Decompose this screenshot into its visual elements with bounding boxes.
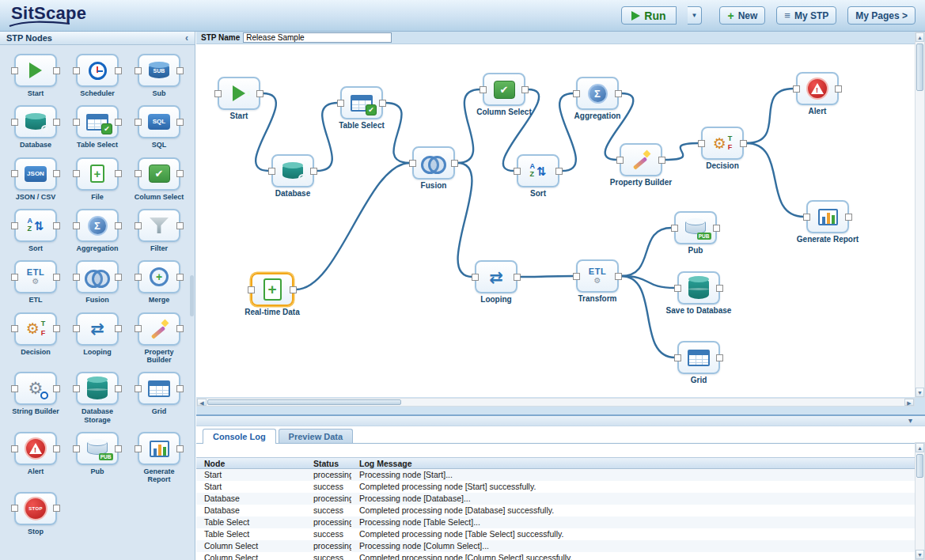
stp-name-input[interactable] xyxy=(243,32,392,43)
scroll-right-arrow[interactable]: ▶ xyxy=(904,399,914,406)
scroll-thumb[interactable] xyxy=(207,399,401,405)
palette-item-looping[interactable]: ⇄ Looping xyxy=(66,310,128,367)
canvas-node-sort[interactable]: AZ⇅ Sort xyxy=(517,154,559,187)
node-box xyxy=(76,372,119,405)
file-plus-icon: + xyxy=(263,278,282,301)
log-row[interactable]: Database success Completed processing no… xyxy=(196,505,915,516)
column-log-message[interactable]: Log Message xyxy=(351,458,915,468)
canvas-node-generate-report[interactable]: Generate Report xyxy=(806,200,849,233)
palette-item-sql[interactable]: SQL SQL xyxy=(128,103,190,151)
canvas-node-start[interactable]: 1 Start xyxy=(218,77,260,110)
palette-label: Grid xyxy=(152,407,167,415)
new-button[interactable]: + New xyxy=(719,6,765,25)
run-dropdown-button[interactable]: ▼ xyxy=(688,6,703,25)
log-row[interactable]: Database processing Processing node [Dat… xyxy=(196,493,915,505)
palette-item-sort[interactable]: AZ⇅ Sort xyxy=(5,206,66,255)
palette-item-aggregation[interactable]: Σ Aggregation xyxy=(66,206,128,255)
log-row[interactable]: Table Select processing Processing node … xyxy=(196,516,915,528)
palette-item-database[interactable]: Database xyxy=(5,103,66,151)
palette-item-pub[interactable]: PUB Pub xyxy=(66,429,128,486)
database-storage-icon xyxy=(87,378,108,399)
node-box xyxy=(138,432,180,465)
stp-nodes-sidebar: STP Nodes ‹ Start Scheduler SUB Sub Data… xyxy=(0,32,195,560)
canvas-node-save-to-database[interactable]: Save to Database xyxy=(677,271,720,305)
scroll-up-arrow[interactable]: ▲ xyxy=(916,32,924,42)
node-box: PUB xyxy=(674,211,717,244)
table-icon: ✔ xyxy=(86,114,108,131)
palette-item-column-select[interactable]: ✔ Column Select xyxy=(128,155,190,203)
canvas-node-aggregation[interactable]: Σ Aggregation xyxy=(576,77,619,110)
scroll-down-arrow[interactable]: ▼ xyxy=(916,550,924,559)
palette-item-database-storage[interactable]: Database Storage xyxy=(66,369,128,426)
run-button[interactable]: Run xyxy=(621,6,676,25)
tab-preview-data[interactable]: Preview Data xyxy=(279,429,353,443)
sitscape-logo[interactable]: SitScape xyxy=(11,3,86,28)
palette-item-table-select[interactable]: ✔ Table Select xyxy=(66,103,128,151)
palette-item-grid[interactable]: Grid xyxy=(128,369,190,426)
node-box xyxy=(412,146,455,180)
scroll-left-arrow[interactable]: ◀ xyxy=(197,399,207,406)
merge-icon: + xyxy=(150,267,169,286)
canvas-node-fusion[interactable]: Fusion xyxy=(412,146,455,180)
palette-item-string-builder[interactable]: ⚙ String Builder xyxy=(5,369,66,426)
palette-item-sub[interactable]: SUB Sub xyxy=(128,51,190,100)
node-box: ⇄ xyxy=(475,260,517,293)
palette-item-file[interactable]: + File xyxy=(66,155,128,203)
canvas-node-column-select[interactable]: ✔ Column Select xyxy=(483,73,525,106)
node-box: Σ xyxy=(76,209,119,242)
node-box: ✔ xyxy=(138,157,180,191)
node-label: Aggregation xyxy=(574,112,621,120)
node-label: Pub xyxy=(688,246,703,255)
scroll-thumb[interactable] xyxy=(916,44,923,91)
my-stp-button[interactable]: ≡ My STP xyxy=(776,6,836,25)
palette-label: SQL xyxy=(152,141,167,149)
log-row[interactable]: Column Select success Completed processi… xyxy=(196,552,915,560)
column-node[interactable]: Node xyxy=(196,458,305,468)
log-row[interactable]: Start success Completed processing node … xyxy=(196,481,915,493)
scroll-down-arrow[interactable]: ▼ xyxy=(916,388,924,397)
palette-label: Aggregation xyxy=(77,244,119,252)
pub-badge: PUB xyxy=(99,453,113,460)
palette-item-scheduler[interactable]: Scheduler xyxy=(66,51,128,100)
log-row[interactable]: Column Select processing Processing node… xyxy=(196,540,915,552)
sidebar-collapse-button[interactable]: ‹ xyxy=(185,33,188,43)
canvas-node-database[interactable]: Database xyxy=(271,154,314,187)
palette-item-start[interactable]: Start xyxy=(5,51,66,100)
palette-item-decision[interactable]: ⚙TF Decision xyxy=(5,310,66,367)
node-box: 1 xyxy=(218,77,260,110)
palette-item-json-csv[interactable]: JSON JSON / CSV xyxy=(5,155,66,203)
canvas-node-transform[interactable]: ETL⚙ Transform xyxy=(576,259,619,293)
panel-collapse-button[interactable]: ▾ xyxy=(908,416,912,426)
scroll-up-arrow[interactable]: ▲ xyxy=(916,443,924,452)
palette-item-generate-report[interactable]: Generate Report xyxy=(128,429,190,486)
tab-console-log[interactable]: Console Log xyxy=(203,429,276,444)
chevron-down-icon: ▼ xyxy=(692,12,698,19)
palette-item-alert[interactable]: ! Alert xyxy=(5,429,66,486)
palette-item-filter[interactable]: Filter xyxy=(128,206,190,255)
scroll-thumb[interactable] xyxy=(916,454,923,478)
alert-icon: ! xyxy=(25,437,47,460)
workflow-canvas[interactable]: 1 Start ✔ Table Select ✔ Column Select Σ… xyxy=(196,44,915,397)
node-box: SQL xyxy=(138,105,180,138)
column-status[interactable]: Status xyxy=(305,458,351,468)
sidebar-scrollbar[interactable] xyxy=(190,275,194,316)
log-row[interactable]: Start processing Processing node [Start]… xyxy=(196,469,915,481)
palette-item-merge[interactable]: + Merge xyxy=(128,258,190,306)
palette-item-etl[interactable]: ETL⚙ ETL xyxy=(5,258,66,306)
log-row[interactable]: Table Select success Completed processin… xyxy=(196,528,915,540)
node-box: ! xyxy=(796,72,839,105)
canvas-node-pub[interactable]: PUB Pub xyxy=(674,211,717,244)
canvas-node-alert[interactable]: ! Alert xyxy=(796,72,839,105)
palette-item-property-builder[interactable]: Property Builder xyxy=(128,310,190,367)
my-pages-button[interactable]: My Pages > xyxy=(847,6,916,25)
canvas-node-real-time-data[interactable]: + Real-time Data xyxy=(251,273,294,306)
canvas-node-grid[interactable]: Grid xyxy=(677,341,720,374)
canvas-node-decision[interactable]: ⚙TF Decision xyxy=(701,127,744,160)
canvas-node-table-select[interactable]: ✔ Table Select xyxy=(340,86,383,119)
palette-item-fusion[interactable]: Fusion xyxy=(66,258,128,306)
alert-mark: ! xyxy=(34,446,36,454)
palette-item-stop[interactable]: STOP Stop xyxy=(5,490,66,538)
canvas-node-property-builder[interactable]: Property Builder xyxy=(620,143,662,176)
magnifier-icon xyxy=(41,125,50,134)
canvas-node-looping[interactable]: ⇄ Looping xyxy=(475,260,517,293)
